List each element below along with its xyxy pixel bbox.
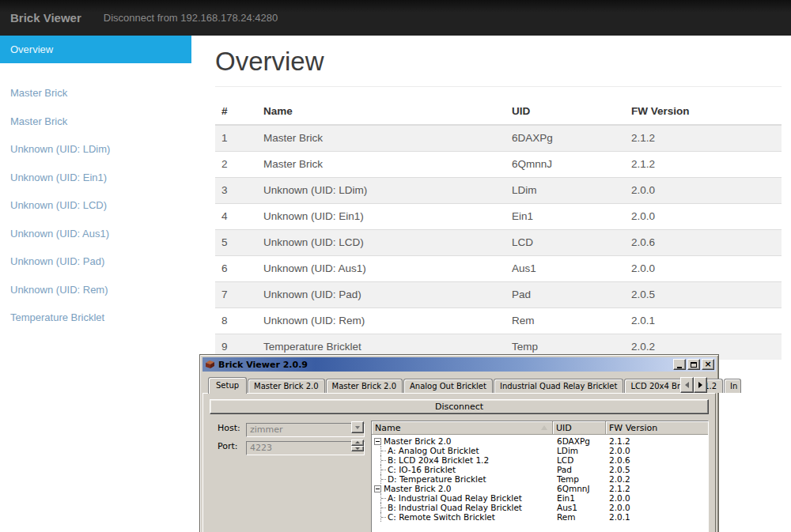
table-cell: 4 xyxy=(215,203,257,229)
column-header-uid: UID xyxy=(505,98,625,125)
tree-item-label: Master Brick 2.0 xyxy=(384,436,452,446)
host-label: Host: xyxy=(218,423,246,433)
tab-truncated[interactable]: In xyxy=(724,379,741,393)
disconnect-button[interactable]: Disconnect xyxy=(210,399,709,414)
sidebar-item-unknown-lcd[interactable]: Unknown (UID: LCD) xyxy=(0,191,191,220)
tree-guide-line xyxy=(381,479,386,480)
sidebar-item-unknown-rem[interactable]: Unknown (UID: Rem) xyxy=(0,276,191,304)
table-cell: Ein1 xyxy=(505,203,625,229)
table-row: 6 Unknown (UID: Aus1) Aus1 2.0.0 xyxy=(215,255,782,281)
table-cell: LDim xyxy=(505,177,625,203)
collapse-icon[interactable] xyxy=(374,438,381,445)
tree-row[interactable]: Master Brick 2.0 6DAXPg 2.1.2 xyxy=(372,436,708,446)
close-icon: × xyxy=(704,360,711,368)
table-cell: Unknown (UID: Rem) xyxy=(257,308,505,334)
spinner-up-icon xyxy=(355,441,360,443)
column-header-name: Name xyxy=(257,98,505,125)
spinner-down-button[interactable] xyxy=(351,446,364,452)
table-cell: 2.1.2 xyxy=(625,125,782,151)
sidebar-item-unknown-pad[interactable]: Unknown (UID: Pad) xyxy=(0,247,191,276)
table-cell: Pad xyxy=(505,281,625,308)
column-header-fw-version: FW Version xyxy=(625,98,782,125)
tree-row[interactable]: Master Brick 2.0 6QmnnJ 2.1.2 xyxy=(372,484,708,493)
port-input[interactable] xyxy=(246,441,365,455)
tree-header: Name UID FW Version xyxy=(372,421,708,435)
setup-tab-panel: Disconnect Host: Port: xyxy=(202,393,716,532)
minimize-button[interactable] xyxy=(673,359,686,370)
tree-row[interactable]: B: Industrial Quad Relay Bricklet Aus1 2… xyxy=(372,503,708,512)
table-row: 2 Master Brick 6QmnnJ 2.1.2 xyxy=(215,151,782,177)
tree-column-uid[interactable]: UID xyxy=(553,421,606,435)
sidebar-item-unknown-ein1[interactable]: Unknown (UID: Ein1) xyxy=(0,164,191,192)
sidebar-item-master-brick-1[interactable]: Master Brick xyxy=(0,79,191,108)
tree-guide-line xyxy=(381,507,386,508)
tree-row[interactable]: A: Industrial Quad Relay Bricklet Ein1 2… xyxy=(372,493,708,503)
window-titlebar[interactable]: Brick Viewer 2.0.9 × xyxy=(202,357,716,372)
tree-row[interactable]: A: Analog Out Bricklet LDim 2.0.0 xyxy=(372,446,708,455)
tab-scroll-left-button[interactable] xyxy=(680,377,694,393)
port-spinner xyxy=(351,440,364,451)
tree-item-fw: 2.1.2 xyxy=(606,436,708,446)
sidebar-item-temperature-bricklet[interactable]: Temperature Bricklet xyxy=(0,304,191,332)
tab-scroll-left-icon xyxy=(685,382,689,388)
tree-guide-line xyxy=(381,517,386,518)
disconnect-link[interactable]: Disconnect from 192.168.178.24:4280 xyxy=(104,12,278,24)
tree-column-uid-label: UID xyxy=(556,423,572,433)
host-combobox[interactable] xyxy=(246,421,365,435)
tab-analog-out-bricklet[interactable]: Analog Out Bricklet xyxy=(403,379,493,393)
tree-item-uid: Temp xyxy=(553,474,606,484)
sidebar-item-master-brick-2[interactable]: Master Brick xyxy=(0,108,191,136)
tree-item-uid: 6QmnnJ xyxy=(553,484,606,493)
tree-item-label: B: LCD 20x4 Bricklet 1.2 xyxy=(388,455,489,465)
tab-lcd-20x4-bricklet[interactable]: LCD 20x4 Bricklet 1.2 xyxy=(624,379,723,393)
tree-item-fw: 2.0.0 xyxy=(606,446,708,455)
table-cell: 8 xyxy=(215,308,257,334)
sidebar-item-unknown-ldim[interactable]: Unknown (UID: LDim) xyxy=(0,135,191,164)
tree-row[interactable]: C: IO-16 Bricklet Pad 2.0.5 xyxy=(372,465,708,474)
tree-row[interactable]: D: Temperature Bricklet Temp 2.0.2 xyxy=(372,474,708,484)
page: Brick Viewer Disconnect from 192.168.178… xyxy=(0,0,791,532)
tab-setup[interactable]: Setup xyxy=(208,377,247,394)
table-cell: Master Brick xyxy=(257,125,505,151)
tree-item-uid: Ein1 xyxy=(553,493,606,503)
tree-column-fw-label: FW Version xyxy=(609,423,657,433)
tree-row[interactable]: C: Remote Switch Bricklet Rem 2.0.1 xyxy=(372,512,708,522)
tree-item-fw: 2.0.6 xyxy=(606,455,708,465)
page-title: Overview xyxy=(215,47,782,87)
tab-industrial-quad-relay-bricklet[interactable]: Industrial Quad Relay Bricklet xyxy=(494,379,624,393)
tree-item-uid: LDim xyxy=(553,446,606,455)
tab-master-brick-1[interactable]: Master Brick 2.0 xyxy=(248,379,324,393)
column-header-number: # xyxy=(215,98,257,125)
port-spinbox[interactable] xyxy=(246,439,365,453)
tree-item-label: A: Industrial Quad Relay Bricklet xyxy=(388,493,522,503)
table-cell: 6QmnnJ xyxy=(505,151,625,177)
tree-item-fw: 2.0.2 xyxy=(606,474,708,484)
tree-item-uid: Pad xyxy=(553,465,606,474)
table-cell: 5 xyxy=(215,229,257,255)
tree-row[interactable]: B: LCD 20x4 Bricklet 1.2 LCD 2.0.6 xyxy=(372,455,708,465)
table-cell: Unknown (UID: Pad) xyxy=(257,281,505,308)
host-dropdown-button[interactable] xyxy=(351,421,364,433)
spinner-up-button[interactable] xyxy=(351,440,364,446)
tree-column-fw[interactable]: FW Version xyxy=(606,421,708,435)
tree-item-fw: 2.0.0 xyxy=(606,493,708,503)
tree-rows: Master Brick 2.0 6DAXPg 2.1.2 A: Analog … xyxy=(372,435,708,522)
close-button[interactable]: × xyxy=(702,359,714,370)
maximize-button[interactable] xyxy=(687,359,700,370)
tab-scroll-right-button[interactable] xyxy=(694,377,707,393)
sidebar: Master Brick Master Brick Unknown (UID: … xyxy=(0,79,191,332)
sidebar-item-overview-active[interactable]: Overview xyxy=(0,36,191,63)
setup-body: Host: Port: xyxy=(210,421,709,532)
collapse-icon[interactable] xyxy=(374,485,381,492)
sidebar-item-unknown-aus1[interactable]: Unknown (UID: Aus1) xyxy=(0,220,191,248)
tab-master-brick-2[interactable]: Master Brick 2.0 xyxy=(326,379,403,393)
tab-scroll-right-icon xyxy=(698,382,702,388)
table-cell: Aus1 xyxy=(505,255,625,281)
host-input[interactable] xyxy=(246,423,365,437)
table-cell: Master Brick xyxy=(257,151,505,177)
table-cell: 2.1.2 xyxy=(625,151,782,177)
table-row: 1 Master Brick 6DAXPg 2.1.2 xyxy=(215,125,782,151)
tree-item-label: C: IO-16 Bricklet xyxy=(388,465,456,474)
table-row: 8 Unknown (UID: Rem) Rem 2.0.1 xyxy=(215,308,782,334)
tree-column-name[interactable]: Name xyxy=(372,421,553,435)
